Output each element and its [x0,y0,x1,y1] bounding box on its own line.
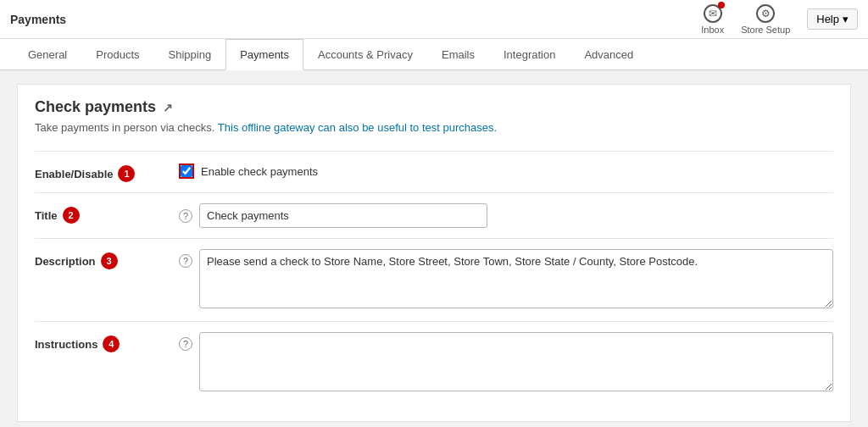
inbox-icon: ✉ [704,4,722,23]
title-field-container [199,203,833,228]
tab-accounts-privacy[interactable]: Accounts & Privacy [303,39,427,70]
enable-disable-label-col: Enable/Disable 1 [35,162,179,182]
enable-disable-label: Enable/Disable [35,168,113,180]
content-area: Check payments ↗ Take payments in person… [0,70,868,427]
enable-check-label[interactable]: Enable check payments [179,164,833,179]
enable-checkbox-wrapper[interactable] [179,164,194,179]
section-desc-link[interactable]: This offline gateway can also be useful … [218,121,497,134]
help-chevron-icon: ▾ [843,13,849,25]
tabs-bar: GeneralProductsShippingPaymentsAccounts … [0,39,868,70]
enable-checkbox-label-text: Enable check payments [201,165,318,178]
title-row: Title 2 ? [35,192,833,238]
description-textarea[interactable]: Please send a check to Store Name, Store… [199,249,833,308]
instructions-label: Instructions [35,338,97,351]
enable-checkbox[interactable] [181,165,192,177]
store-setup-label: Store Setup [741,25,790,35]
instructions-field-container [199,332,833,394]
help-label: Help [816,13,839,25]
instructions-label-col: Instructions 4 [35,332,179,352]
tab-shipping[interactable]: Shipping [154,39,226,70]
inbox-button[interactable]: ✉ Inbox [701,4,724,35]
inbox-label: Inbox [701,25,724,35]
step-badge-2: 2 [63,207,80,224]
description-label: Description [35,255,96,268]
step-badge-4: 4 [103,336,120,352]
tab-products[interactable]: Products [81,39,153,70]
top-bar-right: ✉ Inbox ⚙ Store Setup Help ▾ [701,4,858,35]
tab-payments[interactable]: Payments [225,39,303,70]
title-label-col: Title 2 [35,203,179,224]
section-desc-plain: Take payments in person via checks. [35,121,214,134]
step-badge-1: 1 [118,165,135,182]
help-button[interactable]: Help ▾ [807,8,858,30]
tab-integration[interactable]: Integration [489,39,570,70]
description-row: Description 3 ? Please send a check to S… [35,238,833,321]
title-input[interactable] [199,203,487,228]
inbox-badge [718,2,725,8]
store-setup-button[interactable]: ⚙ Store Setup [741,4,790,35]
enable-disable-field: Enable check payments [179,162,833,179]
section-description: Take payments in person via checks. This… [35,121,833,134]
description-help-icon[interactable]: ? [179,254,192,268]
enable-disable-row: Enable/Disable 1 Enable check payments [35,151,833,192]
top-bar: Payments ✉ Inbox ⚙ Store Setup Help ▾ [0,0,868,39]
title-label: Title [35,209,58,222]
instructions-row: Instructions 4 ? [35,321,833,404]
settings-panel: Check payments ↗ Take payments in person… [17,84,851,422]
tab-advanced[interactable]: Advanced [570,39,648,70]
page-title: Payments [10,13,66,26]
title-help-icon[interactable]: ? [179,209,192,223]
store-setup-icon: ⚙ [756,4,775,23]
description-label-col: Description 3 [35,249,179,269]
description-field-container: Please send a check to Store Name, Store… [199,249,833,311]
step-badge-3: 3 [101,252,118,269]
tab-emails[interactable]: Emails [427,39,489,70]
instructions-help-icon[interactable]: ? [179,337,192,351]
section-title-text: Check payments [35,98,156,116]
external-link-icon[interactable]: ↗ [163,101,173,114]
tab-general[interactable]: General [14,39,81,70]
instructions-textarea[interactable] [199,332,833,391]
section-title: Check payments ↗ [35,98,833,116]
